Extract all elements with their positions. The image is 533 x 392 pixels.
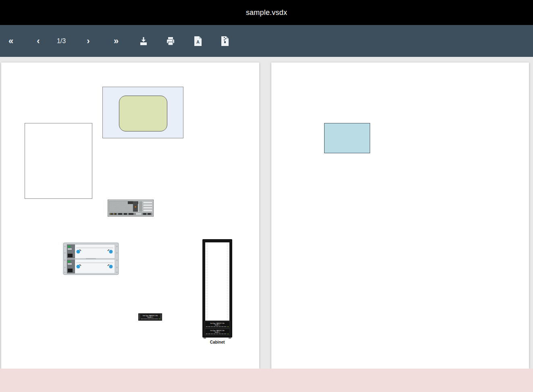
- first-page-icon: «: [8, 36, 13, 46]
- shape-cyan-rectangle: [324, 123, 370, 153]
- svg-text:A: A: [196, 40, 200, 44]
- previous-page-button[interactable]: ‹: [30, 25, 46, 57]
- previous-page-icon: ‹: [37, 36, 40, 46]
- shape-blue-container: [102, 87, 183, 138]
- last-page-button[interactable]: »: [108, 25, 124, 57]
- cabinet-label: Cabinet: [202, 340, 233, 344]
- document-title: sample.vsdx: [246, 8, 287, 17]
- print-button[interactable]: [163, 25, 178, 57]
- next-page-button[interactable]: ›: [80, 25, 96, 57]
- pdf-file-icon: A: [194, 36, 202, 46]
- shape-green-rounded-rectangle: [119, 96, 167, 131]
- server-appliance-image: [108, 200, 154, 217]
- print-icon: [166, 36, 175, 46]
- export-pdf-button[interactable]: A: [191, 25, 205, 57]
- last-page-icon: »: [114, 36, 119, 46]
- first-page-button[interactable]: «: [3, 25, 19, 57]
- viewer-toolbar: « ‹ 1/3 › » A: [0, 25, 533, 57]
- download-button[interactable]: [136, 25, 151, 57]
- disk-shelf-image: Disk Type: SAS/8-FC 1Gb ShelfID: 1: [138, 313, 162, 321]
- cabinet-image: Disk Type: SAS/8-FC 1Gb ShelfID: 1 Disk …: [202, 239, 233, 339]
- window-titlebar: sample.vsdx: [0, 0, 533, 25]
- document-canvas: Disk Type: SAS/8-FC 1Gb ShelfID: 1: [0, 57, 533, 369]
- document-page-2: [271, 63, 529, 369]
- svg-text:ShelfID: 1: ShelfID: 1: [148, 317, 153, 318]
- screen: sample.vsdx « ‹ 1/3 › »: [0, 0, 533, 392]
- svg-text:ShelfID: 1: ShelfID: 1: [214, 332, 220, 333]
- next-page-icon: ›: [87, 36, 90, 46]
- windows-taskbar: Search: [0, 369, 533, 392]
- download-icon: [139, 36, 148, 46]
- svg-text:ShelfID: 1: ShelfID: 1: [214, 324, 220, 326]
- zip-file-icon: [221, 36, 229, 46]
- shape-white-rectangle: [25, 123, 92, 199]
- page-indicator: 1/3: [49, 25, 73, 57]
- document-page-1: Disk Type: SAS/8-FC 1Gb ShelfID: 1: [1, 63, 259, 369]
- storage-enclosure-image: [62, 242, 120, 275]
- export-zip-button[interactable]: [218, 25, 232, 57]
